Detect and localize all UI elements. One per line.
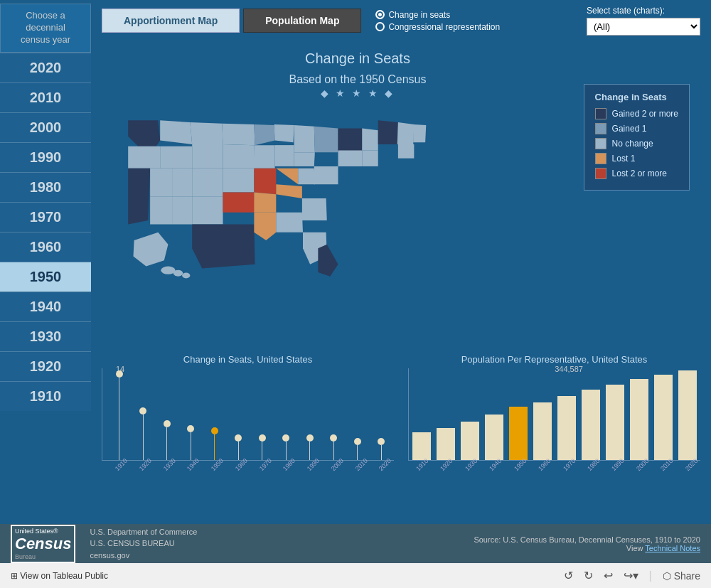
header-row: Apportionment Map Population Map Change … (91, 0, 711, 41)
view-technical: View Technical Notes (474, 544, 700, 552)
state-select[interactable]: (All) (587, 18, 700, 36)
lollipop-stem-2010 (357, 445, 358, 460)
state-fl-pen (318, 245, 338, 277)
population-map-tab[interactable]: Population Map (243, 9, 361, 33)
lollipop-dot-1980 (282, 434, 289, 442)
dept-info: U.S. Department of Commerce U.S. CENSUS … (90, 526, 197, 562)
census-subtitle: Bureau (15, 553, 71, 560)
radio-circle-congressional (375, 22, 385, 31)
year-btn-1940[interactable]: 1940 (0, 292, 91, 321)
radio-group: Change in seats Congressional representa… (375, 10, 500, 32)
lollipop-stem-1970 (262, 442, 262, 460)
state-ia (254, 145, 274, 169)
year-btn-1920[interactable]: 1920 (0, 351, 91, 381)
year-btn-1910[interactable]: 1910 (0, 381, 91, 411)
radio-congressional[interactable]: Congressional representation (375, 22, 500, 32)
legend-label-lost1: Lost 1 (612, 154, 636, 164)
footer: United States® Census Bureau U.S. Depart… (0, 524, 711, 563)
state-ny (378, 120, 398, 144)
lollipop-dot-2000 (330, 434, 337, 442)
legend: Change in Seats Gained 2 or more Gained … (584, 84, 690, 191)
lollipop-dot-1950 (211, 427, 218, 434)
lollipop-dot-1990 (306, 434, 314, 442)
year-btn-1930[interactable]: 1930 (0, 321, 91, 351)
radio-change-seats[interactable]: Change in seats (375, 10, 500, 20)
state-nc (314, 166, 338, 184)
legend-gained1: Gained 1 (595, 123, 678, 134)
legend-lost1: Lost 1 (595, 153, 678, 164)
state-ct-ri-ma (398, 144, 415, 159)
divider: | (649, 570, 652, 582)
lollipop-stem-1940 (191, 432, 191, 460)
bar-2000 (628, 368, 651, 460)
right-chart-x-labels: 1910 1920 1930 1940 1950 1960 1970 1980 … (408, 462, 700, 476)
right-chart: Population Per Representative, United St… (408, 354, 700, 476)
redo-icon[interactable]: ↻ (584, 569, 593, 582)
us-map (98, 80, 482, 336)
state-or (128, 146, 160, 169)
legend-label-lost2: Lost 2 or more (612, 169, 667, 178)
bar-1910 (410, 368, 433, 460)
lollipop-2020 (370, 368, 393, 460)
year-btn-1990[interactable]: 1990 (0, 142, 91, 172)
state-select-label: Select state (charts): (587, 6, 700, 16)
legend-swatch-lost2 (595, 168, 606, 179)
lollipop-dot-1960 (235, 434, 242, 442)
year-btn-2010[interactable]: 2010 (0, 82, 91, 112)
right-chart-title: Population Per Representative, United St… (408, 354, 700, 365)
lollipop-dot-1930 (164, 420, 171, 427)
year-btn-1980[interactable]: 1980 (0, 172, 91, 202)
tableau-bar: ⊞ View on Tableau Public ↺ ↻ ↩ ↪▾ | ⬡ Sh… (0, 563, 711, 588)
state-ok (223, 193, 255, 213)
bar-1920 (434, 368, 457, 460)
back-icon[interactable]: ↩ (604, 569, 613, 582)
state-nd (190, 122, 223, 144)
state-al (276, 213, 303, 232)
lollipop-stem-2000 (333, 442, 334, 460)
state-md-de (362, 150, 378, 166)
forward-icon[interactable]: ↪▾ (624, 569, 638, 582)
bar-fill-2000 (630, 379, 648, 460)
state-ms (254, 213, 276, 240)
census-us-label: United States® (15, 528, 71, 535)
state-vt-nh (397, 122, 415, 144)
state-hi-2 (173, 270, 183, 277)
lollipop-1910 (108, 368, 131, 460)
bar-1930 (459, 368, 481, 460)
year-btn-1970[interactable]: 1970 (0, 202, 91, 232)
left-chart: Change in Seats, United States 14 (102, 354, 394, 476)
tableau-icons: ↺ ↻ ↩ ↪▾ | ⬡ Share (564, 569, 700, 582)
legend-swatch-lost1 (595, 153, 606, 164)
lollipop-1940 (180, 368, 203, 460)
technical-notes-link[interactable]: Technical Notes (645, 544, 700, 552)
lollipop-1980 (275, 368, 298, 460)
bar-fill-1940 (485, 415, 503, 461)
lollipop-stem-1930 (166, 427, 167, 460)
sidebar-title: Choose a decennial census year (0, 4, 91, 53)
legend-swatch-nochange (595, 138, 606, 149)
lollipop-stem-1990 (309, 442, 310, 460)
apportionment-map-tab[interactable]: Apportionment Map (102, 9, 240, 33)
radio-label-congressional: Congressional representation (388, 22, 500, 32)
legend-label-gained1: Gained 1 (612, 124, 647, 134)
year-btn-1960[interactable]: 1960 (0, 232, 91, 262)
state-hi-1 (161, 267, 175, 274)
tableau-view-label[interactable]: ⊞ View on Tableau Public (11, 571, 108, 581)
state-nv (150, 169, 172, 196)
lollipop-1960 (228, 368, 250, 460)
year-btn-1950[interactable]: 1950 (0, 262, 91, 292)
state-ny-partial (362, 129, 378, 151)
lollipop-dot-1940 (187, 425, 194, 432)
year-btn-2000[interactable]: 2000 (0, 112, 91, 142)
left-chart-title: Change in Seats, United States (102, 354, 394, 365)
state-az (150, 196, 172, 224)
lollipop-1950 (203, 368, 226, 460)
radio-label-seats: Change in seats (388, 10, 450, 20)
main-content: Apportionment Map Population Map Change … (91, 0, 711, 552)
state-me (413, 124, 426, 142)
undo-icon[interactable]: ↺ (564, 569, 573, 582)
lollipop-dot-2010 (354, 438, 361, 445)
year-btn-2020[interactable]: 2020 (0, 53, 91, 82)
share-button[interactable]: ⬡ Share (663, 570, 700, 582)
view-label: View (626, 544, 643, 552)
